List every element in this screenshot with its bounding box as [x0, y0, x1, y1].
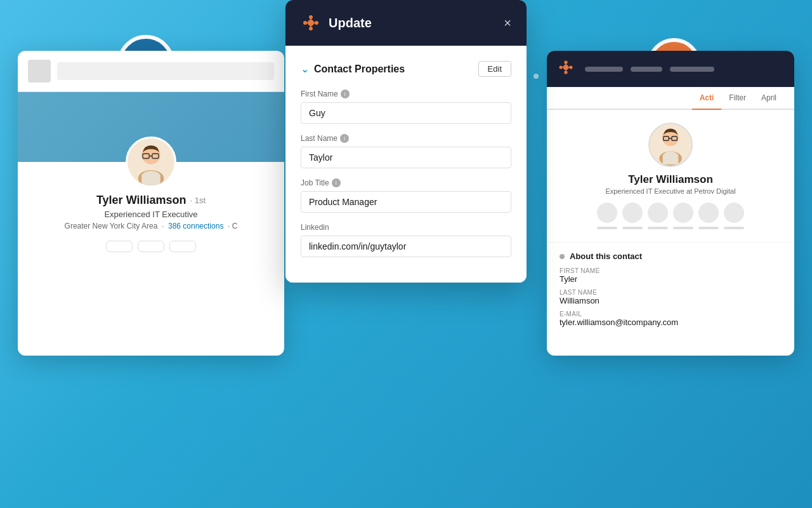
about-field-firstname: First name Tyler — [560, 267, 782, 284]
last-name-group: Last Name i — [301, 134, 511, 168]
social-icon-6 — [724, 203, 744, 223]
about-field-lastname: Last name Williamson — [560, 289, 782, 305]
about-status-dot — [560, 254, 565, 259]
social-label-1 — [597, 227, 617, 229]
social-label-2 — [622, 227, 643, 229]
svg-point-26 — [309, 27, 313, 30]
about-header: About this contact — [560, 251, 782, 261]
about-email-value: tyler.williamson@itcompany.com — [560, 318, 782, 327]
profile-cover — [18, 92, 284, 162]
svg-point-25 — [309, 15, 313, 19]
social-icon-2 — [622, 203, 643, 223]
svg-point-36 — [560, 65, 563, 69]
svg-point-11 — [534, 74, 539, 79]
about-lastname-value: Williamson — [560, 296, 782, 305]
svg-point-37 — [569, 65, 572, 69]
social-label-4 — [673, 227, 693, 229]
linkedin-group: Linkedin — [301, 223, 511, 257]
svg-point-35 — [564, 70, 567, 74]
modal-body: ⌄ Contact Properties Edit First Name i L… — [285, 46, 527, 283]
chevron-down-icon: ⌄ — [301, 63, 309, 75]
degree-badge: · 1st — [190, 196, 206, 205]
last-name-input[interactable] — [301, 147, 511, 168]
social-label-6 — [724, 227, 744, 229]
about-lastname-label: Last name — [560, 289, 782, 296]
tab-activity[interactable]: Acti — [692, 87, 722, 110]
panel-left: Tyler Williamson · 1st Experienced IT Ex… — [18, 51, 284, 356]
linkedin-label: Linkedin — [301, 223, 511, 232]
panel-right: Acti Filter April Tyler Williamson Exper… — [547, 51, 794, 356]
connections-link[interactable]: 386 connections — [168, 222, 226, 231]
nav-pill-2 — [631, 67, 662, 72]
connections-suffix: · C — [228, 222, 237, 231]
first-name-info-icon: i — [341, 90, 350, 98]
profile-location: Greater New York City Area · 386 connect… — [30, 222, 272, 231]
contact-profile: Tyler Williamson Experienced IT Executiv… — [547, 110, 794, 243]
last-name-info-icon: i — [340, 134, 349, 143]
first-name-label-text: First Name — [301, 90, 338, 98]
avatar — [126, 137, 176, 187]
about-title: About this contact — [570, 251, 642, 261]
section-title-wrap: ⌄ Contact Properties — [301, 63, 405, 75]
social-icon-1 — [597, 203, 617, 223]
job-title-info-icon: i — [332, 178, 341, 187]
first-name-group: First Name i — [301, 90, 511, 124]
profile-actions — [30, 241, 272, 252]
location-text: Greater New York City Area — [65, 222, 158, 231]
panel-center: Update × ⌄ Contact Properties Edit First… — [285, 0, 527, 283]
job-title-input[interactable] — [301, 191, 511, 213]
edit-button[interactable]: Edit — [478, 61, 511, 77]
first-name-input[interactable] — [301, 102, 511, 124]
social-label-5 — [698, 227, 719, 229]
social-icon-4 — [673, 203, 693, 223]
about-email-label: E-mail — [560, 311, 782, 318]
modal-close-button[interactable]: × — [504, 16, 511, 30]
connections-count: 386 connections — [168, 222, 223, 231]
section-title: Contact Properties — [314, 64, 405, 75]
modal-title: Update — [329, 16, 372, 30]
nav-pills — [585, 67, 714, 72]
modal-header: Update × — [285, 0, 527, 46]
contact-avatar — [648, 123, 693, 167]
contact-name: Tyler Williamson — [628, 173, 713, 186]
contact-subtitle: Experienced IT Executive at Petrov Digit… — [605, 187, 735, 195]
avatar-wrap — [126, 137, 176, 187]
about-firstname-label: First name — [560, 267, 782, 274]
svg-point-28 — [315, 21, 318, 25]
svg-point-27 — [303, 21, 307, 25]
profile-name: Tyler Williamson · 1st — [30, 194, 272, 207]
social-icon-5 — [698, 203, 719, 223]
linkedin-logo — [28, 60, 51, 83]
first-name-label: First Name i — [301, 90, 511, 98]
tab-april[interactable]: April — [754, 87, 784, 109]
linkedin-search-bar — [57, 62, 274, 80]
section-header: ⌄ Contact Properties Edit — [301, 61, 511, 77]
nav-pill-1 — [585, 67, 623, 72]
social-icon-3 — [648, 203, 668, 223]
social-label-3 — [648, 227, 668, 229]
hubspot-logo — [301, 13, 321, 33]
job-title-label-text: Job Title — [301, 178, 329, 187]
action-button-2[interactable] — [138, 241, 164, 252]
last-name-label-text: Last Name — [301, 134, 337, 143]
action-button-1[interactable] — [106, 241, 133, 252]
job-title-group: Job Title i — [301, 178, 511, 213]
about-section: About this contact First name Tyler Last… — [547, 243, 794, 341]
linkedin-label-text: Linkedin — [301, 223, 329, 232]
social-icons — [597, 203, 744, 223]
tab-filter[interactable]: Filter — [721, 87, 754, 109]
action-button-3[interactable] — [169, 241, 196, 252]
last-name-label: Last Name i — [301, 134, 511, 143]
nav-pill-3 — [670, 67, 714, 72]
crm-header — [547, 51, 794, 87]
linkedin-input[interactable] — [301, 236, 511, 257]
profile-title: Experienced IT Executive — [30, 210, 272, 219]
about-firstname-value: Tyler — [560, 274, 782, 284]
job-title-label: Job Title i — [301, 178, 511, 187]
panel-left-header — [18, 51, 284, 92]
svg-point-34 — [564, 61, 567, 64]
hubspot-logo-right — [557, 58, 575, 79]
header-left: Update — [301, 13, 372, 33]
crm-tabs: Acti Filter April — [547, 87, 794, 110]
about-field-email: E-mail tyler.williamson@itcompany.com — [560, 311, 782, 327]
